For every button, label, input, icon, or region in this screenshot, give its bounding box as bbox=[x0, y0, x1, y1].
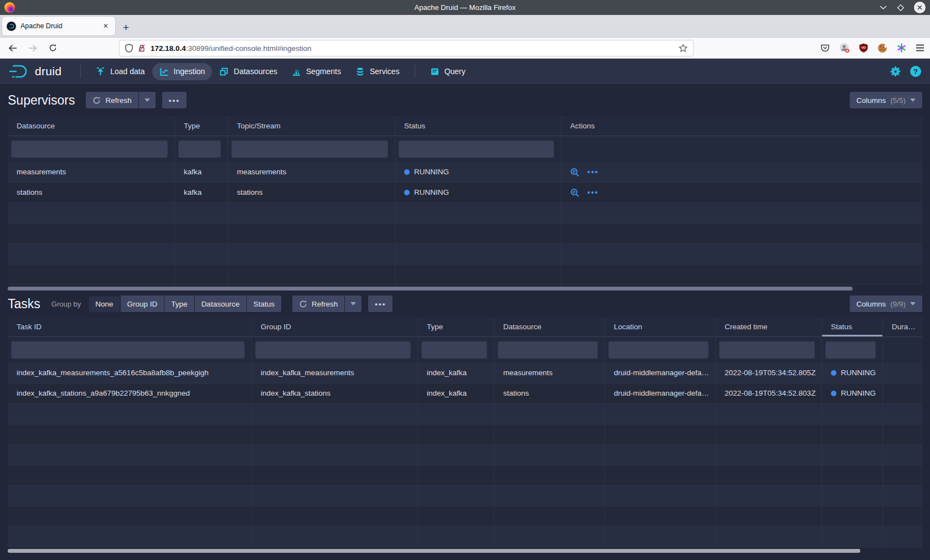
tasks-more-button[interactable]: ••• bbox=[368, 295, 392, 312]
created-time-cell: 2022-08-19T05:34:52.803Z bbox=[716, 383, 822, 403]
menu-hamburger-icon[interactable] bbox=[916, 44, 924, 51]
datasource-cell[interactable]: measurements bbox=[8, 162, 175, 182]
settings-gear-icon[interactable] bbox=[890, 66, 901, 77]
tasks-table-viewport: Task ID Group ID Type Datasource Locatio… bbox=[8, 317, 922, 547]
column-header[interactable]: Datasource bbox=[494, 317, 605, 337]
location-cell: druid-middlemanager-defaul... bbox=[605, 383, 716, 403]
url-bar[interactable]: 172.18.0.4:30899/unified-console.html#in… bbox=[119, 40, 694, 56]
bookmark-star-icon[interactable] bbox=[679, 44, 688, 53]
filter-datasource-input[interactable] bbox=[498, 341, 598, 359]
tasks-refresh-button[interactable]: Refresh bbox=[292, 295, 344, 312]
filter-datasource-input[interactable] bbox=[11, 140, 168, 158]
segments-icon bbox=[292, 67, 301, 76]
column-header[interactable]: Task ID bbox=[8, 317, 252, 337]
druid-brand[interactable]: druid bbox=[9, 64, 61, 79]
table-row[interactable]: stations kafka stations RUNNING ••• bbox=[8, 183, 922, 203]
nav-item-query[interactable]: Query bbox=[423, 63, 473, 80]
filter-group-id-input[interactable] bbox=[255, 341, 411, 359]
tasks-refresh-caret-button[interactable] bbox=[345, 295, 361, 312]
column-header-sorted[interactable]: Status bbox=[822, 317, 883, 337]
tasks-filter-row bbox=[8, 337, 922, 363]
help-icon[interactable]: ? bbox=[910, 66, 921, 77]
table-row[interactable]: measurements kafka measurements RUNNING … bbox=[8, 162, 922, 183]
new-tab-button[interactable]: + bbox=[123, 22, 129, 34]
column-header[interactable]: Status bbox=[395, 116, 561, 136]
supervisors-refresh-caret-button[interactable] bbox=[139, 92, 156, 108]
filter-topic-input[interactable] bbox=[231, 140, 388, 158]
cookie-icon[interactable] bbox=[877, 43, 887, 53]
group-by-none-button[interactable]: None bbox=[89, 295, 120, 312]
column-header[interactable]: Created time bbox=[716, 317, 822, 337]
ingestion-icon bbox=[159, 67, 169, 76]
row-more-icon[interactable]: ••• bbox=[587, 183, 599, 203]
tasks-table: Task ID Group ID Type Datasource Locatio… bbox=[8, 317, 922, 547]
duration-cell bbox=[883, 383, 922, 403]
group-by-datasource-button[interactable]: Datasource bbox=[195, 295, 246, 312]
task-id-cell[interactable]: index_kafka_measurements_a5616c5ba8afb8b… bbox=[8, 363, 252, 383]
filter-type-input[interactable] bbox=[178, 140, 221, 158]
datasource-cell[interactable]: stations bbox=[8, 183, 175, 203]
back-icon[interactable] bbox=[4, 40, 21, 56]
nav-item-segments[interactable]: Segments bbox=[285, 63, 348, 80]
minimize-icon[interactable] bbox=[879, 3, 887, 12]
ublock-icon[interactable]: UO bbox=[859, 43, 868, 53]
column-header[interactable]: Type bbox=[175, 116, 228, 136]
profile-disabled-icon[interactable] bbox=[839, 43, 850, 53]
empty-row bbox=[8, 224, 922, 244]
row-more-icon[interactable]: ••• bbox=[587, 162, 599, 182]
filter-created-time-input[interactable] bbox=[719, 341, 815, 359]
window-title: Apache Druid — Mozilla Firefox bbox=[0, 3, 930, 12]
table-row[interactable]: index_kafka_measurements_a5616c5ba8afb8b… bbox=[8, 363, 922, 383]
magnify-details-icon[interactable] bbox=[570, 188, 580, 198]
lock-slash-icon[interactable] bbox=[138, 44, 146, 53]
filter-status-input[interactable] bbox=[825, 341, 876, 359]
nav-divider bbox=[415, 65, 415, 78]
chevron-down-icon bbox=[350, 302, 356, 305]
tab-strip: Apache Druid ✕ + bbox=[0, 15, 930, 38]
supervisors-more-button[interactable]: ••• bbox=[162, 92, 187, 108]
reload-icon[interactable] bbox=[44, 40, 61, 56]
url-host: 172.18.0.4 bbox=[151, 44, 186, 53]
nav-item-load-data[interactable]: Load data bbox=[89, 63, 152, 80]
nav-item-ingestion[interactable]: Ingestion bbox=[152, 63, 213, 80]
magnify-details-icon[interactable] bbox=[570, 168, 580, 177]
column-header[interactable]: Duration bbox=[883, 317, 922, 337]
table-row[interactable]: index_kafka_stations_a9a679b22795b63_nnk… bbox=[8, 383, 922, 404]
shield-icon[interactable] bbox=[125, 44, 133, 53]
column-header[interactable]: Location bbox=[605, 317, 716, 337]
close-icon[interactable] bbox=[914, 2, 926, 13]
pocket-icon[interactable] bbox=[820, 44, 830, 53]
supervisors-columns-button[interactable]: Columns (5/5) bbox=[850, 92, 922, 108]
column-header[interactable]: Type bbox=[418, 317, 494, 337]
column-header[interactable]: Datasource bbox=[8, 116, 175, 136]
tab-apache-druid[interactable]: Apache Druid ✕ bbox=[2, 17, 115, 35]
chevron-down-icon bbox=[910, 302, 916, 305]
tab-close-icon[interactable]: ✕ bbox=[101, 21, 111, 31]
tasks-columns-button[interactable]: Columns (9/9) bbox=[850, 295, 922, 312]
filter-location-input[interactable] bbox=[608, 341, 709, 359]
filter-status-input[interactable] bbox=[399, 140, 554, 158]
task-id-cell[interactable]: index_kafka_stations_a9a679b22795b63_nnk… bbox=[8, 383, 252, 403]
maximize-icon[interactable] bbox=[896, 3, 905, 12]
load-data-icon bbox=[96, 67, 105, 76]
group-by-status-button[interactable]: Status bbox=[247, 295, 281, 312]
filter-task-id-input[interactable] bbox=[11, 341, 245, 359]
supervisors-refresh-button[interactable]: Refresh bbox=[86, 92, 138, 108]
supervisors-title: Supervisors bbox=[8, 93, 75, 108]
group-by-group-id-button[interactable]: Group ID bbox=[121, 295, 164, 312]
forward-icon[interactable] bbox=[24, 40, 41, 56]
column-header[interactable]: Actions bbox=[561, 116, 922, 136]
tasks-horizontal-scrollbar[interactable] bbox=[8, 549, 860, 553]
status-badge: RUNNING bbox=[414, 188, 449, 196]
supervisors-horizontal-scrollbar[interactable] bbox=[8, 287, 852, 291]
nav-item-services[interactable]: Services bbox=[348, 63, 407, 80]
nav-item-datasources[interactable]: Datasources bbox=[212, 63, 285, 80]
filter-type-input[interactable] bbox=[421, 341, 487, 359]
column-header[interactable]: Topic/Stream bbox=[228, 116, 395, 136]
extension-asterisk-icon[interactable] bbox=[897, 43, 906, 53]
group-by-type-button[interactable]: Type bbox=[164, 295, 194, 312]
columns-count: (9/9) bbox=[890, 300, 906, 308]
url-text[interactable]: 172.18.0.4:30899/unified-console.html#in… bbox=[151, 44, 674, 53]
column-header[interactable]: Group ID bbox=[252, 317, 418, 337]
refresh-label: Refresh bbox=[312, 300, 338, 308]
